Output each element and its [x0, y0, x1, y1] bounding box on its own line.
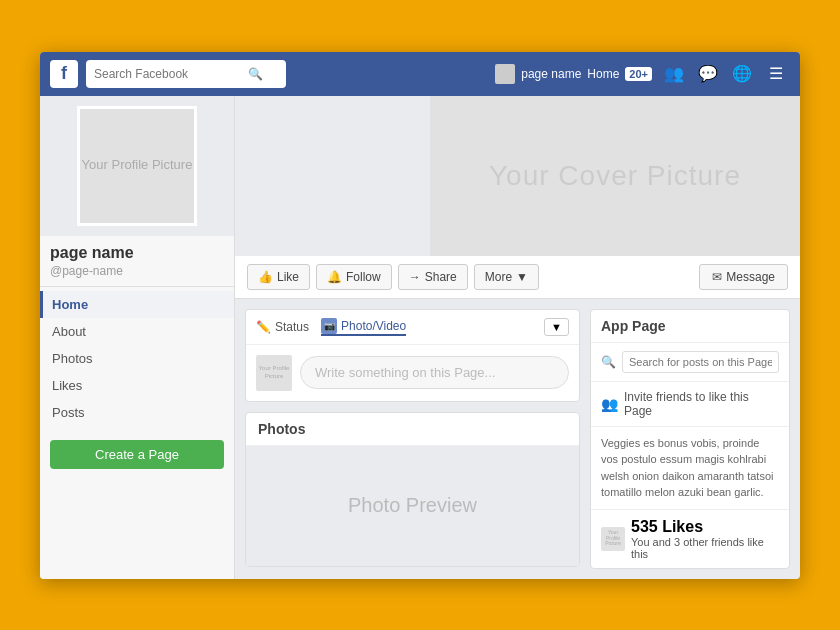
- messages-icon[interactable]: 💬: [694, 60, 722, 88]
- nav-badge: 20+: [625, 67, 652, 81]
- page-description: Veggies es bonus vobis, proinde vos post…: [591, 427, 789, 510]
- more-button[interactable]: More ▼: [474, 264, 539, 290]
- likes-avatar: Your Profile Picture: [601, 527, 625, 551]
- message-button[interactable]: ✉ Message: [699, 264, 788, 290]
- post-input[interactable]: Write something on this Page...: [300, 356, 569, 389]
- invite-row[interactable]: 👥 Invite friends to like this Page: [591, 382, 789, 427]
- dropdown-icon: ▼: [551, 321, 562, 333]
- share-button[interactable]: → Share: [398, 264, 468, 290]
- likes-info: 535 Likes You and 3 other friends like t…: [631, 518, 779, 560]
- sidebar-item-home[interactable]: Home: [40, 291, 234, 318]
- pencil-icon: ✏️: [256, 320, 271, 334]
- status-tab[interactable]: ✏️ Status: [256, 320, 309, 334]
- globe-icon[interactable]: 🌐: [728, 60, 756, 88]
- menu-icon[interactable]: ☰: [762, 60, 790, 88]
- profile-pic-container: Your Profile Picture: [40, 96, 234, 236]
- search-posts-input[interactable]: [622, 351, 779, 373]
- cover-text: Your Cover Picture: [489, 160, 741, 192]
- nav-menu: Home About Photos Likes Posts: [40, 286, 234, 430]
- search-bar[interactable]: 🔍: [86, 60, 286, 88]
- content-area: ✏️ Status 📷 Photo/Video ▼: [235, 299, 800, 579]
- navbar: f 🔍 page name Home 20+ 👥 💬 🌐 ☰: [40, 52, 800, 96]
- nav-home-label: Home: [587, 67, 619, 81]
- photos-header: Photos: [246, 413, 579, 446]
- chevron-down-icon: ▼: [516, 270, 528, 284]
- photo-icon: 📷: [321, 318, 337, 334]
- cover-area: Your Cover Picture: [430, 96, 800, 256]
- photo-video-tab[interactable]: 📷 Photo/Video: [321, 318, 406, 336]
- app-page-title: App Page: [591, 310, 789, 343]
- app-page-box: App Page 🔍 👥 Invite friends to like this…: [590, 309, 790, 569]
- main-area: Your Cover Picture 👍 Like 🔔 Follow → Sha: [235, 96, 800, 579]
- mini-profile-picture: Your Profile Picture: [256, 355, 292, 391]
- profile-picture: Your Profile Picture: [77, 106, 197, 226]
- likes-row: Your Profile Picture 535 Likes You and 3…: [591, 510, 789, 568]
- sidebar-item-photos[interactable]: Photos: [40, 345, 234, 372]
- search-posts-area: 🔍: [591, 343, 789, 382]
- post-dropdown[interactable]: ▼: [544, 318, 569, 336]
- like-button[interactable]: 👍 Like: [247, 264, 310, 290]
- search-posts-icon: 🔍: [601, 355, 616, 369]
- post-tabs: ✏️ Status 📷 Photo/Video ▼: [246, 310, 579, 345]
- profile-area: Your Profile Picture page name @page-nam…: [40, 96, 800, 579]
- likes-sub: You and 3 other friends like this: [631, 536, 779, 560]
- create-page-button[interactable]: Create a Page: [50, 440, 224, 469]
- follow-button[interactable]: 🔔 Follow: [316, 264, 392, 290]
- action-bar: 👍 Like 🔔 Follow → Share More ▼: [235, 256, 800, 299]
- sidebar: Your Profile Picture page name @page-nam…: [40, 96, 235, 579]
- search-icon: 🔍: [248, 67, 263, 81]
- nav-page-name: page name: [521, 67, 581, 81]
- message-icon: ✉: [712, 270, 722, 284]
- photo-preview: Photo Preview: [246, 446, 579, 566]
- nav-avatar: [495, 64, 515, 84]
- likes-count: 535 Likes: [631, 518, 779, 536]
- friends-icon[interactable]: 👥: [660, 60, 688, 88]
- post-box: ✏️ Status 📷 Photo/Video ▼: [245, 309, 580, 402]
- page-handle: @page-name: [40, 264, 234, 286]
- invite-icon: 👥: [601, 396, 618, 412]
- browser-window: f 🔍 page name Home 20+ 👥 💬 🌐 ☰ Your Prof…: [40, 52, 800, 579]
- sidebar-item-likes[interactable]: Likes: [40, 372, 234, 399]
- share-icon: →: [409, 270, 421, 284]
- like-icon: 👍: [258, 270, 273, 284]
- facebook-logo: f: [50, 60, 78, 88]
- sidebar-item-posts[interactable]: Posts: [40, 399, 234, 426]
- nav-right: 👥 💬 🌐 ☰: [660, 60, 790, 88]
- page-name: page name: [40, 236, 234, 264]
- post-input-area: Your Profile Picture Write something on …: [246, 345, 579, 401]
- photos-section: Photos Photo Preview: [245, 412, 580, 567]
- follow-icon: 🔔: [327, 270, 342, 284]
- search-input[interactable]: [94, 67, 244, 81]
- action-buttons: 👍 Like 🔔 Follow → Share More ▼: [247, 264, 539, 290]
- nav-center: page name Home 20+: [495, 64, 652, 84]
- sidebar-item-about[interactable]: About: [40, 318, 234, 345]
- right-column: App Page 🔍 👥 Invite friends to like this…: [590, 309, 790, 569]
- left-column: ✏️ Status 📷 Photo/Video ▼: [245, 309, 580, 569]
